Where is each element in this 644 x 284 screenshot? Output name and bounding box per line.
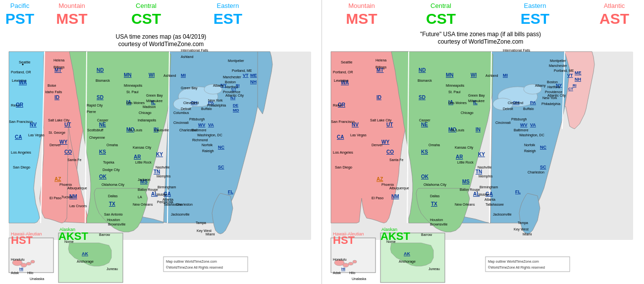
philadelphia-left: Philadelphia bbox=[207, 104, 226, 108]
hi-abbr-left: HI bbox=[19, 267, 23, 271]
fl-abbr-right: FL bbox=[515, 189, 521, 194]
caption-line1-left: Map outline WorldTimeZone.com bbox=[166, 260, 217, 264]
chicago-left: Chicago bbox=[139, 111, 152, 115]
hartford-right: Hartford bbox=[547, 85, 560, 89]
portland-right: Portland, OR bbox=[333, 70, 353, 74]
milwaukee-left: Milwaukee bbox=[146, 99, 162, 103]
ca-abbr-left: CA bbox=[15, 134, 22, 140]
oklacity-left: Oklahoma City bbox=[102, 183, 124, 187]
keywest-left: Key West bbox=[197, 229, 212, 233]
in-abbr-right: IN bbox=[476, 127, 481, 132]
desmoines-left: Des Moines bbox=[126, 101, 145, 105]
boise-left: Boise bbox=[48, 84, 56, 87]
md-abbr-left: MD bbox=[233, 108, 239, 113]
me-abbr-right: ME bbox=[575, 70, 582, 75]
central-abbr-right: CST bbox=[426, 10, 456, 27]
bismarck-left: Bismarck bbox=[96, 79, 110, 82]
ms-abbr-right: MS bbox=[462, 179, 470, 184]
ar-abbr-left: AR bbox=[134, 154, 141, 160]
albany-right: Albany bbox=[535, 84, 546, 88]
right-title-1: "Future" USA time zones map (if all bill… bbox=[420, 31, 541, 38]
tn-abbr-right: TN bbox=[476, 169, 482, 174]
honolulu-left: Honolulu bbox=[11, 258, 25, 261]
scottsbluff-left: Scottsbluff bbox=[87, 128, 104, 132]
va-abbr-left: VA bbox=[208, 122, 214, 127]
mi-abbr-left: MI bbox=[181, 73, 186, 78]
atlanta-right: Atlanta bbox=[484, 198, 495, 201]
milwaukee-right: Milwaukee bbox=[468, 99, 484, 103]
sanantonio-left: San Antonio bbox=[104, 213, 123, 216]
tx-abbr-right: TX bbox=[431, 201, 437, 207]
ok-abbr-left: OK bbox=[99, 174, 107, 179]
bismarck-right: Bismarck bbox=[418, 79, 432, 82]
buffalo-right: Buffalo bbox=[523, 107, 534, 111]
cincinnati-left: Cincinnati bbox=[173, 121, 189, 124]
hilo-right: Hilo bbox=[349, 271, 355, 275]
santafe-left: Santa Fe bbox=[67, 158, 82, 162]
stpaul-left: St. Paul bbox=[126, 90, 139, 94]
sc-abbr-left: SC bbox=[218, 165, 224, 170]
de-abbr-left: DE bbox=[233, 103, 239, 108]
hi-abbr-right: HI bbox=[341, 267, 345, 271]
stgeorge-left: St. George bbox=[49, 131, 65, 135]
tampa-right: Tampa bbox=[518, 221, 528, 225]
portland-left: Portland, OR bbox=[11, 70, 31, 74]
adak-left: Adak bbox=[11, 271, 19, 275]
vt-abbr-left: VT bbox=[243, 73, 249, 78]
lasvegas-left: Las Vegas bbox=[28, 133, 45, 137]
unalaska-right: Unalaska bbox=[352, 277, 366, 281]
topeka-left: Topeka bbox=[103, 161, 114, 165]
nashville-right: Nashville bbox=[478, 166, 492, 169]
mountain-abbr-left: MST bbox=[56, 10, 87, 27]
stlouis-left: St. Louis bbox=[129, 128, 143, 132]
atlantic-city-left: Atlantic City bbox=[225, 94, 244, 98]
svg-point-11 bbox=[348, 262, 353, 265]
id-abbr-left: ID bbox=[54, 95, 59, 100]
ok-abbr-right: OK bbox=[421, 174, 429, 179]
brownsville-left: Brownsville bbox=[108, 223, 126, 226]
ne-abbr-right: NE bbox=[421, 122, 428, 127]
alaska-abbr-right-label: AKST bbox=[380, 230, 410, 242]
greenbay-left: Green Bay bbox=[146, 94, 163, 98]
or-abbr-left: OR bbox=[16, 102, 24, 108]
ashland-left: Ashland bbox=[181, 55, 193, 58]
littlerock-left: Little Rock bbox=[135, 161, 152, 164]
mn-abbr-left: MN bbox=[124, 72, 132, 78]
reno-right: Reno bbox=[333, 103, 342, 108]
tallahassee-right: Tallahassee bbox=[485, 203, 504, 206]
newyork-left: New York bbox=[208, 99, 223, 102]
la-left: Los Angeles bbox=[11, 150, 31, 155]
charleston-sc-left: Charleston bbox=[176, 203, 193, 206]
omaha-left: Omaha bbox=[107, 143, 118, 147]
charleston-sc-right: Charleston bbox=[528, 170, 544, 174]
dallas-right: Dallas bbox=[430, 194, 440, 198]
ak-abbr-left: AK bbox=[82, 251, 88, 256]
minneap-right: Minneapolis bbox=[446, 84, 465, 88]
juneau-right: Juneau bbox=[429, 267, 440, 271]
tampa-left: Tampa bbox=[196, 221, 206, 225]
right-title-2: courtesy of WorldTimeZone.com bbox=[438, 38, 524, 45]
santafe-right: Santa Fe bbox=[389, 158, 404, 162]
nashville-left: Nashville bbox=[156, 166, 170, 169]
jackson-left: Jackson bbox=[138, 178, 151, 181]
oklacity-right: Oklahoma City bbox=[424, 183, 446, 187]
cincinnati-right: Cincinnati bbox=[495, 121, 511, 124]
sc-abbr-right: SC bbox=[540, 165, 546, 170]
billings-right: Billings bbox=[376, 65, 387, 69]
alaska-abbr-left: AKST bbox=[58, 230, 88, 242]
houston-right: Houston bbox=[430, 218, 443, 222]
ne-abbr-left: NE bbox=[99, 122, 106, 127]
right-map-panel: Mountain MST Central CST Eastern EST Atl… bbox=[322, 0, 644, 284]
wi-abbr-left: WI bbox=[149, 72, 155, 78]
denver-right: Denver bbox=[372, 143, 383, 147]
ks-abbr-left: KS bbox=[99, 149, 106, 155]
washington-left: Washington, DC bbox=[197, 133, 222, 137]
la-right: Los Angeles bbox=[333, 150, 353, 155]
svg-point-12 bbox=[353, 260, 357, 263]
nv-abbr-left: NV bbox=[30, 122, 37, 127]
co-abbr-left: CO bbox=[64, 149, 72, 155]
pacific-abbr-left: PST bbox=[5, 10, 34, 27]
neworleans-right: New Orleans bbox=[455, 203, 475, 206]
batonrouge-right: Baton Rouge bbox=[460, 188, 480, 192]
montpelier-left: Montpelier bbox=[228, 59, 244, 63]
